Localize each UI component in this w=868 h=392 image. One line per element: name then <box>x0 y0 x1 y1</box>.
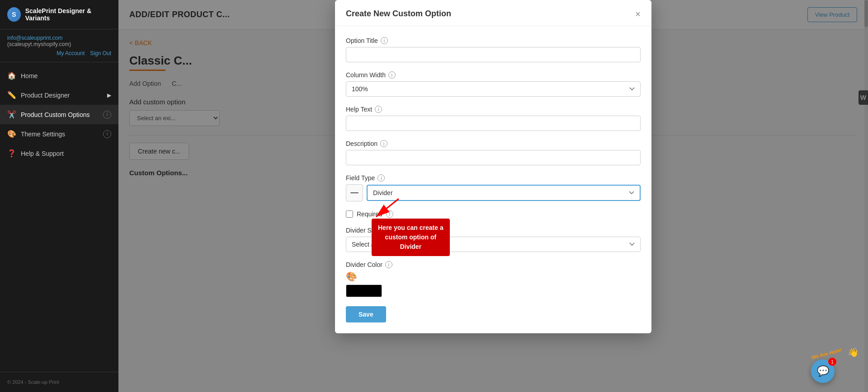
sidebar-item-product-custom-options[interactable]: ✂️ Product Custom Options i <box>0 105 118 124</box>
sidebar-item-label: Product Designer <box>21 92 70 99</box>
chat-icon: 💬 <box>817 365 829 377</box>
sidebar-item-label: Product Custom Options <box>21 111 90 118</box>
theme-settings-icon: 🎨 <box>7 130 16 138</box>
custom-options-icon: ✂️ <box>7 110 16 119</box>
form-group-column-width: Column Width i 100% 75% 66% 50% 33% 25% <box>346 71 641 97</box>
svg-rect-0 <box>350 192 359 193</box>
sidebar-item-label: Help & Support <box>21 150 64 157</box>
sign-out-link[interactable]: Sign Out <box>90 50 111 56</box>
form-group-option-title: Option Title i <box>346 37 641 62</box>
sidebar-item-home[interactable]: 🏠 Home <box>0 66 118 85</box>
account-shop: (scaleupyt.myshopify.com) <box>7 41 111 47</box>
product-designer-icon: ✏️ <box>7 91 16 99</box>
wave-icon: 👋 <box>848 347 859 357</box>
field-type-icon <box>346 184 363 201</box>
home-icon: 🏠 <box>7 71 16 80</box>
form-group-help-text: Help Text i <box>346 106 641 131</box>
sidebar-nav: 🏠 Home ✏️ Product Designer ▶ ✂️ Product … <box>0 62 118 372</box>
divider-style-info-icon[interactable]: i <box>384 227 392 234</box>
help-text-input[interactable] <box>346 116 641 131</box>
option-title-info-icon[interactable]: i <box>381 37 388 44</box>
required-label: Required <box>357 210 382 218</box>
field-type-info-icon[interactable]: i <box>377 174 385 182</box>
divider-style-select[interactable]: Select a style Solid Dashed Dotted <box>346 237 641 252</box>
app-name: ScalePrint Designer & Variants <box>25 7 111 22</box>
sidebar-item-theme-settings[interactable]: 🎨 Theme Settings i <box>0 124 118 144</box>
field-type-row: Divider Text Textarea Dropdown Checkbox … <box>346 184 641 201</box>
sidebar-item-help-support[interactable]: ❓ Help & Support <box>0 144 118 163</box>
sidebar-account: info@scaleupprint.com (scaleupyt.myshopi… <box>0 29 118 62</box>
app-logo: S <box>7 7 21 22</box>
modal-title: Create New Custom Option <box>346 9 451 19</box>
column-width-info-icon[interactable]: i <box>388 71 396 79</box>
column-width-label: Column Width i <box>346 71 641 79</box>
chat-badge: 1 <box>828 358 836 366</box>
divider-color-info-icon[interactable]: i <box>385 261 392 268</box>
chat-button[interactable]: 💬 1 <box>811 359 835 383</box>
info-icon[interactable]: i <box>103 111 111 119</box>
form-group-description: Description i <box>346 140 641 165</box>
account-email: info@scaleupprint.com <box>7 35 111 41</box>
description-input[interactable] <box>346 150 641 165</box>
divider-style-label: Divider Style i <box>346 227 641 234</box>
save-button[interactable]: Save <box>346 306 386 322</box>
info-icon[interactable]: i <box>103 130 111 138</box>
main-content: ADD/EDIT PRODUCT C... View Product < BAC… <box>118 0 868 392</box>
help-icon: ❓ <box>7 149 16 158</box>
description-info-icon[interactable]: i <box>380 140 387 147</box>
modal-header: Create New Custom Option × <box>335 0 651 26</box>
sidebar-header: S ScalePrint Designer & Variants <box>0 0 118 29</box>
required-checkbox[interactable] <box>346 210 353 218</box>
color-swatch[interactable] <box>346 285 382 297</box>
sidebar: S ScalePrint Designer & Variants info@sc… <box>0 0 118 392</box>
field-type-label: Field Type i <box>346 174 641 182</box>
column-width-select[interactable]: 100% 75% 66% 50% 33% 25% <box>346 81 641 97</box>
divider-color-label: Divider Color i <box>346 261 641 268</box>
we-are-here-label: We Are Here! 👋 <box>811 347 859 358</box>
chevron-right-icon: ▶ <box>107 92 111 98</box>
required-row: Required i <box>346 210 641 218</box>
help-text-label: Help Text i <box>346 106 641 113</box>
sidebar-footer: © 2024 - Scale-up Print <box>0 372 118 392</box>
sidebar-item-product-designer[interactable]: ✏️ Product Designer ▶ <box>0 85 118 105</box>
field-type-select[interactable]: Divider Text Textarea Dropdown Checkbox … <box>367 185 641 201</box>
help-text-info-icon[interactable]: i <box>375 106 382 113</box>
modal-create-custom-option: Create New Custom Option × Option Title … <box>335 0 651 333</box>
my-account-link[interactable]: My Account <box>57 50 85 56</box>
color-palette-icon[interactable]: 🎨 <box>346 271 641 282</box>
form-group-divider-style: Divider Style i Select a style Solid Das… <box>346 227 641 252</box>
modal-body: Option Title i Column Width i 100% 75% 6… <box>335 26 651 333</box>
form-group-divider-color: Divider Color i 🎨 <box>346 261 641 297</box>
chat-widget: We Are Here! 👋 💬 1 <box>811 347 859 383</box>
option-title-input[interactable] <box>346 47 641 62</box>
form-group-field-type: Field Type i Divider Text Textarea Dropd… <box>346 174 641 201</box>
option-title-label: Option Title i <box>346 37 641 44</box>
sidebar-item-label: Home <box>21 72 38 79</box>
sidebar-item-label: Theme Settings <box>21 131 65 138</box>
description-label: Description i <box>346 140 641 147</box>
modal-close-button[interactable]: × <box>635 9 641 19</box>
required-info-icon[interactable]: i <box>386 210 393 218</box>
